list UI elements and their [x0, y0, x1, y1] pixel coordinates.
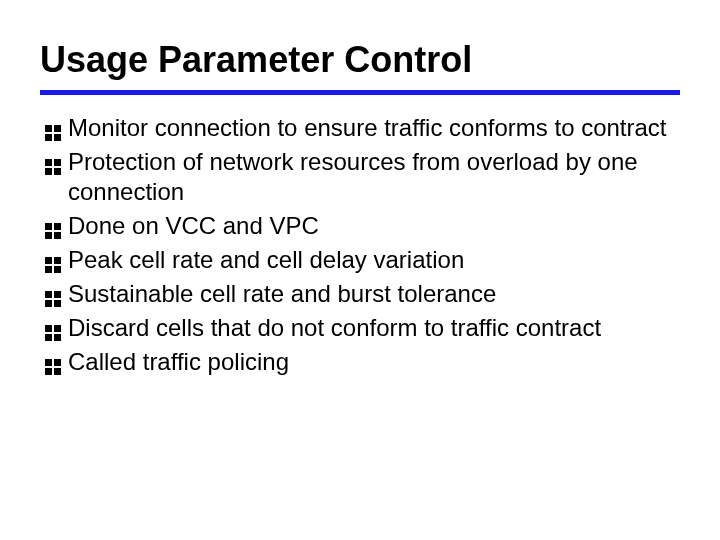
bullet-list: Monitor connection to ensure traffic con…: [40, 113, 680, 377]
svg-rect-12: [45, 257, 52, 264]
bullet-icon: [44, 153, 62, 171]
bullet-text: Called traffic policing: [68, 347, 676, 377]
svg-rect-17: [54, 291, 61, 298]
svg-rect-24: [45, 359, 52, 366]
svg-rect-2: [45, 134, 52, 141]
bullet-icon: [44, 119, 62, 137]
svg-rect-7: [54, 168, 61, 175]
bullet-text: Monitor connection to ensure traffic con…: [68, 113, 676, 143]
list-item: Discard cells that do not conform to tra…: [44, 313, 676, 343]
svg-rect-15: [54, 266, 61, 273]
svg-rect-3: [54, 134, 61, 141]
bullet-icon: [44, 319, 62, 337]
svg-rect-26: [45, 368, 52, 375]
svg-rect-20: [45, 325, 52, 332]
svg-rect-5: [54, 159, 61, 166]
svg-rect-11: [54, 232, 61, 239]
bullet-icon: [44, 285, 62, 303]
svg-rect-13: [54, 257, 61, 264]
list-item: Protection of network resources from ove…: [44, 147, 676, 207]
bullet-text: Done on VCC and VPC: [68, 211, 676, 241]
svg-rect-19: [54, 300, 61, 307]
svg-rect-1: [54, 125, 61, 132]
svg-rect-14: [45, 266, 52, 273]
svg-rect-18: [45, 300, 52, 307]
svg-rect-27: [54, 368, 61, 375]
svg-rect-8: [45, 223, 52, 230]
list-item: Done on VCC and VPC: [44, 211, 676, 241]
svg-rect-6: [45, 168, 52, 175]
svg-rect-10: [45, 232, 52, 239]
list-item: Sustainable cell rate and burst toleranc…: [44, 279, 676, 309]
svg-rect-9: [54, 223, 61, 230]
list-item: Monitor connection to ensure traffic con…: [44, 113, 676, 143]
svg-rect-25: [54, 359, 61, 366]
svg-rect-22: [45, 334, 52, 341]
bullet-icon: [44, 217, 62, 235]
bullet-text: Sustainable cell rate and burst toleranc…: [68, 279, 676, 309]
bullet-text: Peak cell rate and cell delay variation: [68, 245, 676, 275]
slide-title: Usage Parameter Control: [40, 40, 680, 80]
slide: Usage Parameter Control Monitor connecti…: [0, 0, 720, 540]
svg-rect-23: [54, 334, 61, 341]
bullet-text: Discard cells that do not conform to tra…: [68, 313, 676, 343]
svg-rect-16: [45, 291, 52, 298]
svg-rect-21: [54, 325, 61, 332]
title-underline: [40, 90, 680, 95]
svg-rect-4: [45, 159, 52, 166]
svg-rect-0: [45, 125, 52, 132]
list-item: Called traffic policing: [44, 347, 676, 377]
bullet-icon: [44, 353, 62, 371]
bullet-icon: [44, 251, 62, 269]
list-item: Peak cell rate and cell delay variation: [44, 245, 676, 275]
bullet-text: Protection of network resources from ove…: [68, 147, 676, 207]
